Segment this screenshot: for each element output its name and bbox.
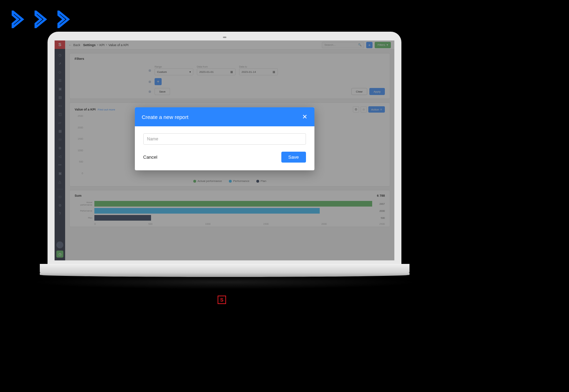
modal-title: Create a new report <box>142 114 189 120</box>
save-button[interactable]: Save <box>281 152 306 163</box>
report-name-input[interactable]: Name <box>143 133 306 145</box>
laptop-mockup: S ◷ ⇗ ◇ ☰ ▣ ▤ ▭ ◫ ▱ ▦ ⚇ ⊕ ◁ ⚯ ▣ <box>48 32 401 289</box>
play-arrow-icon <box>56 11 70 28</box>
play-arrow-icon <box>11 11 25 28</box>
triple-arrow-decoration <box>11 11 70 28</box>
cancel-button[interactable]: Cancel <box>143 154 157 160</box>
name-placeholder: Name <box>147 137 158 141</box>
modal-overlay: Create a new report ✕ Name Cancel Save <box>55 40 394 260</box>
modal-header: Create a new report ✕ <box>135 107 314 126</box>
laptop-notch <box>223 37 226 38</box>
laptop-base <box>40 264 409 273</box>
brand-badge: S <box>218 296 226 304</box>
laptop-shadow <box>31 275 418 289</box>
app-screen: S ◷ ⇗ ◇ ☰ ▣ ▤ ▭ ◫ ▱ ▦ ⚇ ⊕ ◁ ⚯ ▣ <box>55 40 394 260</box>
play-arrow-icon <box>33 11 48 28</box>
create-report-modal: Create a new report ✕ Name Cancel Save <box>135 107 314 170</box>
close-icon[interactable]: ✕ <box>302 113 307 121</box>
